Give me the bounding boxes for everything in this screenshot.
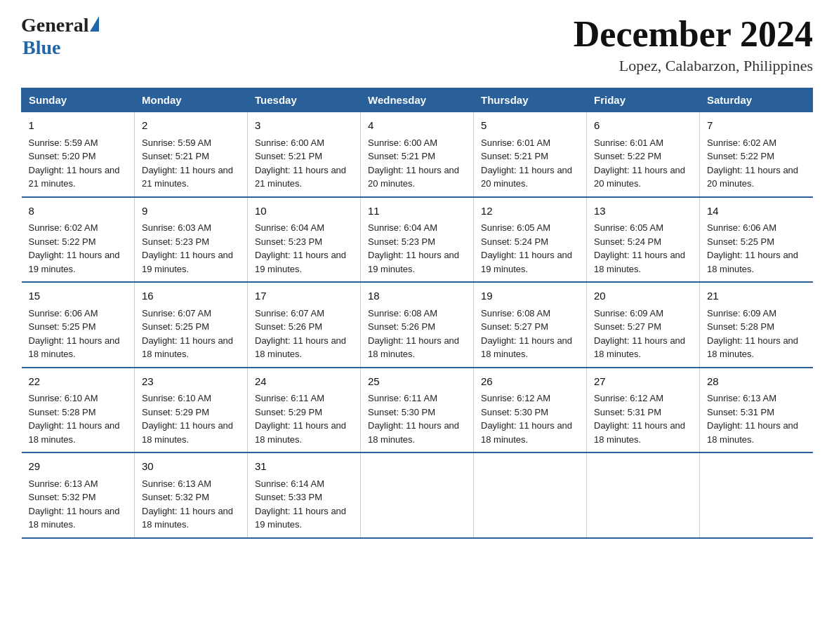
calendar-day-cell: 12Sunrise: 6:05 AMSunset: 5:24 PMDayligh…: [474, 197, 587, 283]
day-info: Sunrise: 6:12 AMSunset: 5:31 PMDaylight:…: [594, 391, 692, 446]
calendar-day-cell: 3Sunrise: 6:00 AMSunset: 5:21 PMDaylight…: [248, 112, 361, 197]
calendar-day-cell: 22Sunrise: 6:10 AMSunset: 5:28 PMDayligh…: [22, 368, 135, 453]
calendar-day-cell: 1Sunrise: 5:59 AMSunset: 5:20 PMDaylight…: [22, 112, 135, 197]
day-number: 6: [594, 118, 692, 134]
day-info: Sunrise: 6:00 AMSunset: 5:21 PMDaylight:…: [368, 136, 466, 191]
calendar-day-cell: 20Sunrise: 6:09 AMSunset: 5:27 PMDayligh…: [587, 282, 700, 368]
day-number: 3: [255, 118, 353, 134]
calendar-day-cell: [474, 452, 587, 538]
day-info: Sunrise: 6:09 AMSunset: 5:27 PMDaylight:…: [594, 307, 692, 361]
day-info: Sunrise: 6:13 AMSunset: 5:32 PMDaylight:…: [29, 477, 128, 532]
calendar-day-cell: 18Sunrise: 6:08 AMSunset: 5:26 PMDayligh…: [361, 282, 474, 368]
day-info: Sunrise: 6:03 AMSunset: 5:23 PMDaylight:…: [142, 221, 240, 276]
calendar-day-cell: 16Sunrise: 6:07 AMSunset: 5:25 PMDayligh…: [135, 282, 248, 368]
calendar-day-cell: 5Sunrise: 6:01 AMSunset: 5:21 PMDaylight…: [474, 112, 587, 197]
day-number: 16: [142, 288, 240, 304]
calendar-day-cell: 9Sunrise: 6:03 AMSunset: 5:23 PMDaylight…: [135, 197, 248, 283]
day-number: 26: [481, 374, 579, 390]
calendar-day-cell: 4Sunrise: 6:00 AMSunset: 5:21 PMDaylight…: [361, 112, 474, 197]
calendar-day-cell: 10Sunrise: 6:04 AMSunset: 5:23 PMDayligh…: [248, 197, 361, 283]
day-number: 24: [255, 374, 353, 390]
day-number: 1: [29, 118, 128, 134]
day-number: 21: [707, 288, 806, 304]
calendar-day-cell: 17Sunrise: 6:07 AMSunset: 5:26 PMDayligh…: [248, 282, 361, 368]
day-number: 30: [142, 459, 240, 475]
day-number: 7: [707, 118, 806, 134]
calendar-week-row: 22Sunrise: 6:10 AMSunset: 5:28 PMDayligh…: [22, 368, 813, 453]
calendar-header-monday: Monday: [135, 88, 248, 112]
calendar-day-cell: 19Sunrise: 6:08 AMSunset: 5:27 PMDayligh…: [474, 282, 587, 368]
logo: General Blue: [21, 14, 99, 59]
day-number: 18: [368, 288, 466, 304]
calendar-day-cell: 8Sunrise: 6:02 AMSunset: 5:22 PMDaylight…: [22, 197, 135, 283]
calendar-day-cell: 23Sunrise: 6:10 AMSunset: 5:29 PMDayligh…: [135, 368, 248, 453]
day-number: 13: [594, 203, 692, 220]
day-number: 9: [142, 203, 240, 220]
calendar-header-row: SundayMondayTuesdayWednesdayThursdayFrid…: [22, 88, 813, 112]
calendar-table: SundayMondayTuesdayWednesdayThursdayFrid…: [21, 88, 813, 539]
day-number: 8: [29, 203, 128, 220]
day-number: 15: [29, 288, 128, 304]
day-info: Sunrise: 6:13 AMSunset: 5:31 PMDaylight:…: [707, 391, 806, 446]
calendar-day-cell: 26Sunrise: 6:12 AMSunset: 5:30 PMDayligh…: [474, 368, 587, 453]
day-number: 4: [368, 118, 466, 134]
day-number: 31: [255, 459, 353, 475]
calendar-header-sunday: Sunday: [22, 88, 135, 112]
location-subtitle: Lopez, Calabarzon, Philippines: [574, 57, 813, 75]
day-info: Sunrise: 6:13 AMSunset: 5:32 PMDaylight:…: [142, 477, 240, 532]
day-info: Sunrise: 6:07 AMSunset: 5:26 PMDaylight:…: [255, 307, 353, 361]
day-number: 17: [255, 288, 353, 304]
day-number: 19: [481, 288, 579, 304]
day-number: 5: [481, 118, 579, 134]
day-info: Sunrise: 5:59 AMSunset: 5:21 PMDaylight:…: [142, 136, 240, 191]
header: General Blue December 2024 Lopez, Calaba…: [21, 14, 813, 75]
calendar-week-row: 15Sunrise: 6:06 AMSunset: 5:25 PMDayligh…: [22, 282, 813, 368]
calendar-day-cell: 15Sunrise: 6:06 AMSunset: 5:25 PMDayligh…: [22, 282, 135, 368]
day-number: 20: [594, 288, 692, 304]
day-number: 12: [481, 203, 579, 220]
day-number: 29: [29, 459, 128, 475]
calendar-day-cell: 27Sunrise: 6:12 AMSunset: 5:31 PMDayligh…: [587, 368, 700, 453]
calendar-header-wednesday: Wednesday: [361, 88, 474, 112]
day-number: 25: [368, 374, 466, 390]
calendar-day-cell: [700, 452, 813, 538]
day-number: 22: [29, 374, 128, 390]
day-info: Sunrise: 6:09 AMSunset: 5:28 PMDaylight:…: [707, 307, 806, 361]
day-info: Sunrise: 6:07 AMSunset: 5:25 PMDaylight:…: [142, 307, 240, 361]
day-info: Sunrise: 6:01 AMSunset: 5:22 PMDaylight:…: [594, 136, 692, 191]
day-info: Sunrise: 6:08 AMSunset: 5:27 PMDaylight:…: [481, 307, 579, 361]
day-info: Sunrise: 6:06 AMSunset: 5:25 PMDaylight:…: [29, 307, 128, 361]
calendar-day-cell: 31Sunrise: 6:14 AMSunset: 5:33 PMDayligh…: [248, 452, 361, 538]
day-info: Sunrise: 6:08 AMSunset: 5:26 PMDaylight:…: [368, 307, 466, 361]
logo-blue-text: Blue: [22, 36, 60, 58]
calendar-day-cell: 24Sunrise: 6:11 AMSunset: 5:29 PMDayligh…: [248, 368, 361, 453]
day-info: Sunrise: 6:11 AMSunset: 5:29 PMDaylight:…: [255, 391, 353, 446]
calendar-day-cell: 21Sunrise: 6:09 AMSunset: 5:28 PMDayligh…: [700, 282, 813, 368]
calendar-day-cell: 30Sunrise: 6:13 AMSunset: 5:32 PMDayligh…: [135, 452, 248, 538]
day-info: Sunrise: 6:14 AMSunset: 5:33 PMDaylight:…: [255, 477, 353, 532]
calendar-day-cell: 6Sunrise: 6:01 AMSunset: 5:22 PMDaylight…: [587, 112, 700, 197]
day-number: 23: [142, 374, 240, 390]
calendar-day-cell: 11Sunrise: 6:04 AMSunset: 5:23 PMDayligh…: [361, 197, 474, 283]
calendar-day-cell: 14Sunrise: 6:06 AMSunset: 5:25 PMDayligh…: [700, 197, 813, 283]
calendar-day-cell: 28Sunrise: 6:13 AMSunset: 5:31 PMDayligh…: [700, 368, 813, 453]
calendar-header-friday: Friday: [587, 88, 700, 112]
day-info: Sunrise: 6:04 AMSunset: 5:23 PMDaylight:…: [368, 221, 466, 276]
calendar-day-cell: 2Sunrise: 5:59 AMSunset: 5:21 PMDaylight…: [135, 112, 248, 197]
day-number: 27: [594, 374, 692, 390]
logo-triangle-icon: [90, 16, 99, 32]
day-info: Sunrise: 6:00 AMSunset: 5:21 PMDaylight:…: [255, 136, 353, 191]
day-number: 2: [142, 118, 240, 134]
day-info: Sunrise: 6:11 AMSunset: 5:30 PMDaylight:…: [368, 391, 466, 446]
calendar-day-cell: 25Sunrise: 6:11 AMSunset: 5:30 PMDayligh…: [361, 368, 474, 453]
calendar-week-row: 29Sunrise: 6:13 AMSunset: 5:32 PMDayligh…: [22, 452, 813, 538]
calendar-header-thursday: Thursday: [474, 88, 587, 112]
calendar-header-saturday: Saturday: [700, 88, 813, 112]
calendar-day-cell: [361, 452, 474, 538]
calendar-week-row: 1Sunrise: 5:59 AMSunset: 5:20 PMDaylight…: [22, 112, 813, 197]
day-info: Sunrise: 5:59 AMSunset: 5:20 PMDaylight:…: [29, 136, 128, 191]
day-info: Sunrise: 6:10 AMSunset: 5:28 PMDaylight:…: [29, 391, 128, 446]
day-info: Sunrise: 6:06 AMSunset: 5:25 PMDaylight:…: [707, 221, 806, 276]
day-number: 28: [707, 374, 806, 390]
calendar-header-tuesday: Tuesday: [248, 88, 361, 112]
